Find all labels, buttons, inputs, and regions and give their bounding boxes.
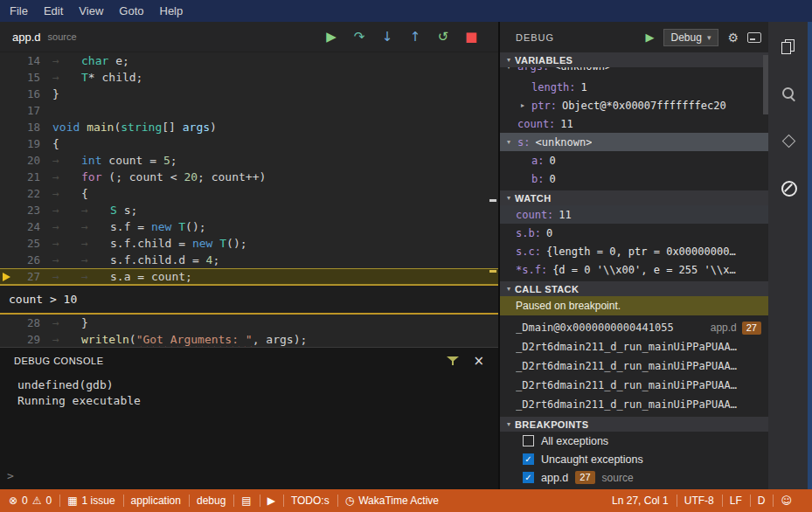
code-token: } bbox=[52, 87, 59, 100]
console-filter-icon[interactable] bbox=[447, 356, 459, 366]
line-content: →writeln("Got Arguments: ", args); bbox=[40, 331, 307, 347]
code-line-20[interactable]: 20→int count = 5; bbox=[0, 152, 498, 169]
status-feedback[interactable]: ☺ bbox=[773, 489, 800, 512]
variable-row[interactable]: ▸ptr:Object@*0x00007fffffffec20 bbox=[500, 96, 768, 114]
scrollbar-thumb[interactable] bbox=[763, 55, 768, 114]
code-line-27[interactable]: 27→→s.a = count; bbox=[0, 268, 498, 285]
stack-frame[interactable]: _D2rt6dmain211_d_run_mainUiPPaPUAA… bbox=[500, 337, 768, 356]
section-breakpoints[interactable]: ▾BREAKPOINTS bbox=[500, 417, 768, 432]
debug-config-dropdown[interactable]: Debug ▾ bbox=[663, 29, 719, 46]
breakpoint-item[interactable]: ✓app.d27source bbox=[500, 468, 768, 487]
console-input-prompt[interactable]: > bbox=[7, 469, 14, 482]
activitybar-explorer[interactable] bbox=[768, 29, 808, 64]
variable-row[interactable]: ▾args:<unknown> bbox=[500, 67, 768, 78]
activitybar-debug-disabled[interactable] bbox=[768, 170, 808, 205]
activitybar-search[interactable] bbox=[768, 76, 808, 111]
code-line-18[interactable]: 18void main(string[] args) bbox=[0, 119, 498, 135]
menu-view[interactable]: View bbox=[71, 2, 111, 20]
status-cursor-position[interactable]: Ln 27, Col 1 bbox=[612, 489, 677, 512]
continue-icon[interactable]: ▶ bbox=[323, 29, 339, 45]
code-line-15[interactable]: 15→T* child; bbox=[0, 69, 498, 86]
watch-expression[interactable]: s.b:0 bbox=[500, 224, 768, 242]
restart-icon[interactable]: ↺ bbox=[435, 29, 451, 45]
code-line-29[interactable]: 29→writeln("Got Arguments: ", args); bbox=[0, 331, 498, 347]
watch-expression[interactable]: s.c:{length = 0, ptr = 0x00000000… bbox=[500, 242, 768, 260]
code-line-23[interactable]: 23→→S s; bbox=[0, 202, 498, 218]
step-out-icon[interactable]: ↑ bbox=[407, 29, 423, 45]
line-number: 19 bbox=[14, 135, 40, 152]
breakpoint-item[interactable]: ✓Uncaught exceptions bbox=[500, 450, 768, 468]
gear-icon[interactable]: ⚙ bbox=[727, 31, 739, 45]
status-text: 1 issue bbox=[82, 495, 115, 507]
status-text: D bbox=[758, 495, 766, 507]
watch-expression[interactable]: count:11 bbox=[500, 205, 768, 224]
menu-edit[interactable]: Edit bbox=[36, 2, 71, 20]
status-wakatime[interactable]: ◷WakaTime Active bbox=[337, 489, 447, 512]
stop-icon[interactable]: ■ bbox=[463, 29, 479, 45]
stack-frame[interactable]: _D2rt6dmain211_d_run_mainUiPPaPUAA… bbox=[500, 356, 768, 376]
variable-value: 1 bbox=[581, 81, 587, 93]
step-into-icon[interactable]: ↓ bbox=[379, 29, 395, 45]
status-todos[interactable]: TODO:s bbox=[283, 489, 337, 512]
code-line-26[interactable]: 26→→s.f.child.d = 4; bbox=[0, 252, 498, 268]
line-content: →} bbox=[40, 315, 88, 331]
status-issues[interactable]: ▦1 issue bbox=[59, 489, 122, 512]
variable-row[interactable]: count:11 bbox=[500, 114, 768, 133]
code-line-24[interactable]: 24→→s.f = new T(); bbox=[0, 218, 498, 235]
code-token: ; bbox=[212, 253, 219, 266]
status-file-indicator[interactable]: ▤ bbox=[233, 489, 259, 512]
stack-frame[interactable]: _D2rt6dmain211_d_run_mainUiPPaPUAA… bbox=[500, 395, 768, 414]
breakpoint-checkbox[interactable]: ✓ bbox=[523, 453, 534, 465]
code-line-14[interactable]: 14→char e; bbox=[0, 52, 498, 69]
code-line-17[interactable]: 17 bbox=[0, 102, 498, 119]
variable-row[interactable]: a:0 bbox=[500, 151, 768, 170]
variable-row[interactable]: length:1 bbox=[500, 78, 768, 96]
menu-goto[interactable]: Goto bbox=[111, 2, 151, 20]
code-editor[interactable]: 14→char e;15→T* child;16}1718void main(s… bbox=[0, 52, 498, 347]
status-debug-target[interactable]: debug bbox=[189, 489, 233, 512]
section-watch[interactable]: ▾WATCH bbox=[500, 190, 768, 205]
breakpoint-item[interactable]: All exceptions bbox=[500, 432, 768, 450]
code-line-19[interactable]: 19{ bbox=[0, 135, 498, 152]
stack-frame-label: _D2rt6dmain211_d_run_mainUiPPaPUAA… bbox=[516, 341, 761, 353]
status-text: 0 bbox=[22, 495, 28, 507]
section-call-stack[interactable]: ▾CALL STACK bbox=[500, 281, 768, 296]
activitybar-scm[interactable] bbox=[768, 123, 808, 158]
status-run[interactable]: ▶ bbox=[260, 489, 283, 512]
code-line-28[interactable]: 28→} bbox=[0, 315, 498, 331]
code-line-25[interactable]: 25→→s.f.child = new T(); bbox=[0, 235, 498, 252]
breakpoint-checkbox[interactable] bbox=[523, 435, 534, 446]
section-variables[interactable]: ▾VARIABLES bbox=[500, 52, 768, 67]
menu-help[interactable]: Help bbox=[152, 2, 191, 20]
code-line-22[interactable]: 22→{ bbox=[0, 185, 498, 202]
stack-frame[interactable]: _Dmain@0x0000000000441055app.d27 bbox=[500, 318, 768, 337]
breakpoint-checkbox[interactable]: ✓ bbox=[523, 472, 534, 483]
status-language-mode[interactable]: D bbox=[750, 489, 774, 512]
status-problems[interactable]: ⊗0⚠0 bbox=[9, 489, 59, 512]
status-text: TODO:s bbox=[291, 495, 330, 507]
status-encoding[interactable]: UTF-8 bbox=[677, 489, 722, 512]
line-number: 24 bbox=[14, 218, 40, 235]
line-content: } bbox=[40, 86, 59, 102]
console-close-icon[interactable]: × bbox=[473, 355, 484, 368]
stack-frame[interactable]: _D2rt6dmain211_d_run_mainUiPPaPUAA… bbox=[500, 376, 768, 395]
debug-start-icon[interactable]: ▶ bbox=[646, 31, 655, 44]
variable-row[interactable]: ▾s:<unknown> bbox=[500, 133, 768, 151]
code-line-16[interactable]: 16} bbox=[0, 86, 498, 102]
status-application[interactable]: application bbox=[123, 489, 189, 512]
step-over-icon[interactable]: ↷ bbox=[351, 29, 367, 45]
debug-config-label: Debug bbox=[671, 31, 702, 44]
tab-whitespace-icon: → bbox=[81, 252, 110, 268]
variable-row[interactable]: b:0 bbox=[500, 170, 768, 188]
status-eol[interactable]: LF bbox=[722, 489, 750, 512]
code-line-21[interactable]: 21→for (; count < 20; count++) bbox=[0, 169, 498, 185]
tab-app-d[interactable]: app.d source bbox=[0, 22, 89, 52]
debug-console-toggle-icon[interactable] bbox=[747, 32, 761, 43]
status-text: application bbox=[131, 495, 181, 507]
menu-file[interactable]: File bbox=[2, 2, 36, 20]
code-token: T bbox=[81, 71, 88, 84]
code-token: main bbox=[87, 121, 114, 134]
breakpoint-condition-widget[interactable]: count > 10 bbox=[0, 285, 498, 315]
code-token: count = bbox=[101, 154, 163, 167]
watch-expression[interactable]: *s.f:{d = 0 '\\x00', e = 255 '\\x… bbox=[500, 260, 768, 279]
